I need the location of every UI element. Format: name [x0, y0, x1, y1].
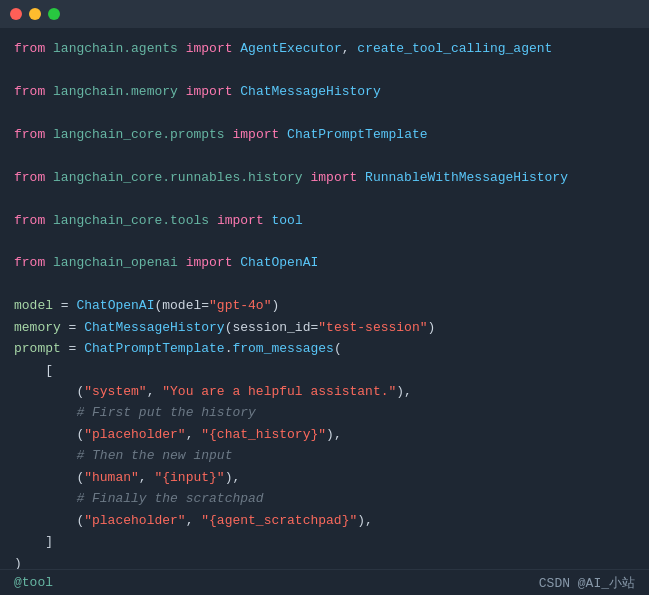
app-window: from langchain.agents import AgentExecut…: [0, 0, 649, 595]
code-line-5: from langchain_core.prompts import ChatP…: [14, 124, 635, 145]
code-line-system: ("system", "You are a helpful assistant.…: [14, 381, 635, 402]
code-editor: from langchain.agents import AgentExecut…: [0, 28, 649, 569]
code-line-bracket-close: ]: [14, 531, 635, 552]
footer-decorator: @tool: [14, 575, 53, 590]
footer-credit: CSDN @AI_小站: [539, 574, 635, 592]
code-line-paren-close: ): [14, 553, 635, 570]
code-line-memory: memory = ChatMessageHistory(session_id="…: [14, 317, 635, 338]
code-line-human: ("human", "{input}"),: [14, 467, 635, 488]
keyword-from: from: [14, 41, 45, 56]
maximize-button[interactable]: [48, 8, 60, 20]
code-line-empty: [14, 59, 635, 80]
code-line-model: model = ChatOpenAI(model="gpt-4o"): [14, 295, 635, 316]
close-button[interactable]: [10, 8, 22, 20]
code-line-comment3: # Finally the scratchpad: [14, 488, 635, 509]
module-name: langchain.agents: [53, 41, 178, 56]
code-line-empty3: [14, 145, 635, 166]
footer: @tool CSDN @AI_小站: [0, 569, 649, 595]
code-line-placeholder1: ("placeholder", "{chat_history}"),: [14, 424, 635, 445]
code-line-comment1: # First put the history: [14, 402, 635, 423]
minimize-button[interactable]: [29, 8, 41, 20]
code-line-9: from langchain_core.tools import tool: [14, 210, 635, 231]
code-line-empty5: [14, 231, 635, 252]
code-line-empty6: [14, 274, 635, 295]
code-line-bracket-open: [: [14, 360, 635, 381]
code-line-7: from langchain_core.runnables.history im…: [14, 167, 635, 188]
code-line-3: from langchain.memory import ChatMessage…: [14, 81, 635, 102]
title-bar: [0, 0, 649, 28]
code-line-comment2: # Then the new input: [14, 445, 635, 466]
code-line-prompt: prompt = ChatPromptTemplate.from_message…: [14, 338, 635, 359]
code-line-placeholder2: ("placeholder", "{agent_scratchpad}"),: [14, 510, 635, 531]
code-line-empty4: [14, 188, 635, 209]
code-line-1: from langchain.agents import AgentExecut…: [14, 38, 635, 59]
code-line-empty2: [14, 102, 635, 123]
code-line-11: from langchain_openai import ChatOpenAI: [14, 252, 635, 273]
